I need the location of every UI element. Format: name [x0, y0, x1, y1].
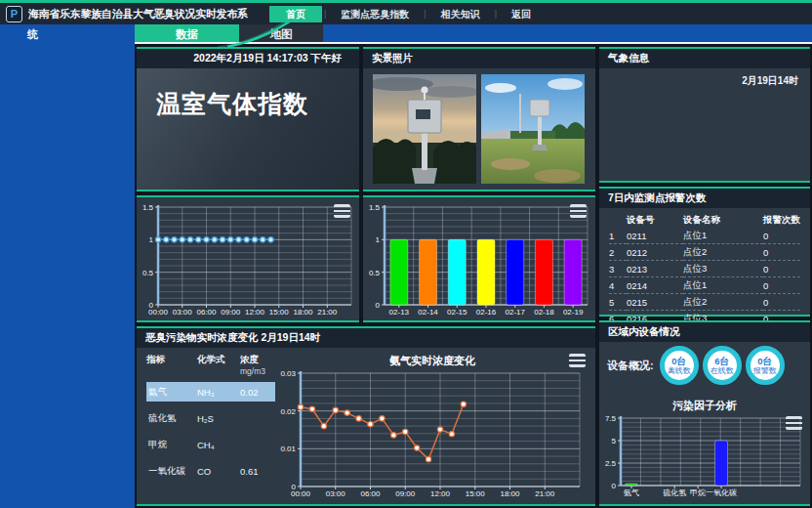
nav-item[interactable]: 监测点恶臭指数: [328, 6, 422, 22]
table-row: 20212点位20: [609, 244, 800, 261]
weather-panel-title: 气象信息: [599, 49, 810, 68]
svg-text:0: 0: [612, 482, 617, 490]
app-logo-icon: P: [6, 6, 22, 22]
svg-text:0.02: 0.02: [280, 407, 296, 416]
svg-text:一氧化碳: 一氧化碳: [706, 488, 737, 497]
svg-text:0.5: 0.5: [142, 269, 154, 277]
svg-text:21:00: 21:00: [535, 489, 555, 498]
device-stat-circle: 0台离线数: [660, 346, 699, 385]
svg-text:00:00: 00:00: [148, 308, 169, 317]
svg-text:5: 5: [612, 437, 617, 445]
svg-text:15:00: 15:00: [269, 308, 290, 317]
table-row: 10211点位10: [609, 228, 800, 244]
pollution-factor-chart: 02.557.5氨气硫化氢甲烷一氧化碳: [601, 414, 806, 498]
photo-field-station: [481, 74, 585, 184]
list-item: 一氧化碳CO0.61: [146, 461, 275, 481]
factor-chart-title: 污染因子分析: [599, 399, 810, 413]
svg-text:2.5: 2.5: [605, 459, 617, 468]
alarm-panel: 7日内监测点报警次数 设备号 设备名称 报警次数 10211点位1020212点…: [599, 187, 810, 317]
nav-item[interactable]: 首页: [269, 6, 322, 22]
svg-text:03:00: 03:00: [173, 308, 193, 317]
svg-text:12:00: 12:00: [430, 489, 451, 498]
app-title-wrap: 统: [27, 27, 38, 42]
svg-text:12:00: 12:00: [245, 308, 265, 317]
photo-sunset-station: [373, 74, 476, 184]
svg-text:06:00: 06:00: [196, 308, 217, 317]
svg-text:0.03: 0.03: [280, 369, 296, 378]
table-row: 40214点位10: [609, 277, 800, 294]
devices-panel: 区域内设备情况 设备概况: 0台离线数6台在线数0台报警数 污染因子分析 02.…: [599, 320, 810, 506]
svg-text:02-17: 02-17: [505, 308, 525, 317]
greenhouse-body: 温室气体指数: [137, 68, 359, 190]
ammonia-chart: 00.010.020.0300:0003:0006:0009:0012:0015…: [275, 369, 589, 502]
chart-menu-icon[interactable]: [570, 204, 587, 218]
svg-text:18:00: 18:00: [500, 489, 520, 498]
svg-text:硫化氢: 硫化氢: [663, 488, 686, 497]
svg-text:00:00: 00:00: [291, 489, 311, 498]
chart-menu-icon[interactable]: [569, 354, 586, 367]
device-overview-row: 设备概况: 0台离线数6台在线数0台报警数: [599, 346, 810, 385]
alarm-panel-title: 7日内监测点报警次数: [599, 189, 810, 208]
svg-text:1: 1: [149, 235, 154, 244]
svg-text:15:00: 15:00: [466, 489, 486, 498]
sidebar: [0, 44, 135, 508]
alarm-table-header: 设备号 设备名称 报警次数: [609, 213, 800, 228]
svg-text:0: 0: [376, 301, 381, 310]
svg-text:06:00: 06:00: [360, 489, 381, 498]
svg-text:09:00: 09:00: [221, 308, 241, 317]
device-overview-label: 设备概况:: [607, 359, 654, 373]
greenhouse-index-chart: 00.511.500:0003:0006:0009:0012:0015:0018…: [137, 197, 359, 320]
device-stat-circle: 0台报警数: [746, 346, 785, 385]
weather-date: 2月19日14时: [599, 68, 810, 88]
daily-index-panel: 00.511.502-1302-1402-1502-1602-1702-1802…: [363, 195, 595, 322]
svg-text:0.01: 0.01: [280, 444, 296, 453]
greenhouse-chart-panel: 00.511.500:0003:0006:0009:0012:0015:0018…: [137, 195, 359, 322]
list-item: 甲烷CH₄: [146, 435, 275, 454]
alarm-table: 设备号 设备名称 报警次数 10211点位1020212点位2030213点位3…: [609, 213, 800, 327]
weather-panel: 气象信息 2月19日14时: [599, 47, 810, 183]
odor-panel: 恶臭污染物实时浓度变化 2月19日14时 指标 化学式 浓度mg/m3 氨气NH…: [137, 326, 595, 506]
greenhouse-panel: 2022年2月19日 14:17:03 下午好 温室气体指数: [137, 47, 359, 191]
device-stats: 0台离线数6台在线数0台报警数: [660, 346, 785, 385]
svg-text:02-14: 02-14: [418, 308, 438, 317]
list-item: 氨气NH₃0.02: [146, 382, 275, 402]
device-stat-circle: 6台在线数: [703, 346, 742, 385]
svg-text:氨气: 氨气: [624, 488, 639, 497]
view-tabs: 数据地图: [135, 24, 323, 44]
app-title: 海南省乐东黎族自治县大气恶臭状况实时发布系: [28, 7, 248, 21]
site-photos: [373, 74, 585, 184]
odor-table-header: 指标 化学式 浓度mg/m3: [146, 354, 275, 376]
tab-inactive[interactable]: 地图: [239, 24, 323, 44]
svg-text:0.5: 0.5: [369, 269, 381, 277]
chart-menu-icon[interactable]: [786, 416, 802, 430]
svg-text:02-13: 02-13: [389, 308, 410, 317]
svg-text:02-19: 02-19: [563, 308, 584, 317]
alarm-table-body: 10211点位1020212点位2030213点位3040214点位105021…: [609, 228, 800, 327]
svg-text:7.5: 7.5: [605, 414, 617, 423]
svg-text:21:00: 21:00: [317, 308, 338, 317]
svg-text:02-18: 02-18: [534, 308, 554, 317]
subbar-underline: [135, 42, 812, 44]
daily-index-chart: 00.511.502-1302-1402-1502-1602-1702-1802…: [363, 197, 595, 320]
svg-text:1.5: 1.5: [142, 203, 154, 212]
datetime-bar: 2022年2月19日 14:17:03 下午好: [137, 49, 359, 68]
ammonia-chart-title: 氨气实时浓度变化: [275, 354, 589, 368]
list-item: 硫化氢H₂S: [146, 408, 275, 428]
nav-item[interactable]: 相关知识: [428, 6, 493, 22]
svg-text:18:00: 18:00: [293, 308, 313, 317]
chart-menu-icon[interactable]: [334, 204, 350, 218]
subbar: [0, 24, 812, 44]
dashboard-root: P 海南省乐东黎族自治县大气恶臭状况实时发布系 首页|监测点恶臭指数|相关知识|…: [0, 0, 812, 508]
svg-text:甲烷: 甲烷: [690, 488, 706, 497]
tab-active[interactable]: 数据: [135, 24, 239, 44]
odor-table-body: 氨气NH₃0.02硫化氢H₂S甲烷CH₄一氧化碳CO0.61: [146, 382, 275, 481]
odor-table: 指标 化学式 浓度mg/m3 氨气NH₃0.02硫化氢H₂S甲烷CH₄一氧化碳C…: [146, 354, 275, 487]
svg-text:1.5: 1.5: [369, 203, 381, 212]
svg-text:02-16: 02-16: [476, 308, 497, 317]
table-row: 30213点位30: [609, 261, 800, 277]
topbar: P 海南省乐东黎族自治县大气恶臭状况实时发布系 首页|监测点恶臭指数|相关知识|…: [0, 3, 812, 24]
photos-panel-title: 实景照片: [363, 49, 595, 68]
nav-item[interactable]: 返回: [499, 6, 544, 22]
svg-text:1: 1: [376, 235, 381, 244]
greenhouse-title: 温室气体指数: [156, 88, 359, 120]
